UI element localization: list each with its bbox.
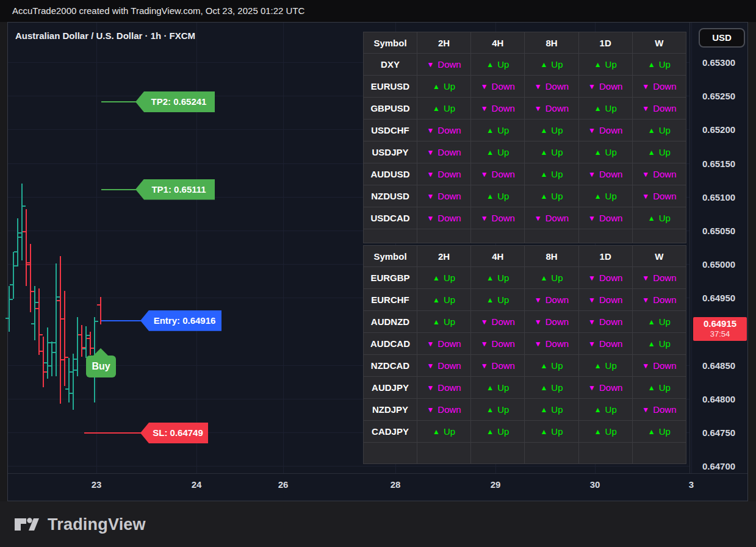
price-axis-tick[interactable]: 0.64800 <box>691 393 747 404</box>
price-axis-tick[interactable]: 0.65250 <box>691 91 747 101</box>
ohlc-bar <box>26 209 27 287</box>
time-axis-tick[interactable]: 30 <box>590 479 600 490</box>
triangle-up-icon: ▲ <box>648 427 655 436</box>
price-axis-tick[interactable]: 0.65100 <box>691 191 747 202</box>
time-axis-tick[interactable]: 23 <box>92 479 102 490</box>
entry-label[interactable]: Entry: 0.64916 <box>140 310 221 331</box>
triangle-up-icon: ▲ <box>648 148 655 157</box>
signal-cell-up: ▲Up <box>525 267 578 289</box>
symbol-cell: AUDUSD <box>364 163 417 185</box>
empty-cell <box>633 229 686 243</box>
time-axis-tick[interactable]: 26 <box>278 479 289 490</box>
signal-text: Up <box>605 147 617 157</box>
screenshot-root: AccuTrade2000 created with TradingView.c… <box>0 0 756 547</box>
signal-text: Up <box>605 59 617 70</box>
triangle-down-icon: ▼ <box>427 170 434 179</box>
signal-text: Up <box>497 382 509 393</box>
tradingview-logo[interactable]: TradingView <box>13 514 146 535</box>
triangle-up-icon: ▲ <box>433 274 440 282</box>
triangle-up-icon: ▲ <box>594 362 602 370</box>
price-axis-tick[interactable]: 0.65050 <box>691 225 747 235</box>
signal-cell-down: ▼Down <box>579 267 633 289</box>
triangle-up-icon: ▲ <box>540 427 547 436</box>
triangle-up-icon: ▲ <box>486 148 494 157</box>
signal-cell-up: ▲Up <box>525 141 578 163</box>
signal-cell-up: ▲Up <box>471 399 525 421</box>
ohlc-open-tick <box>87 338 90 339</box>
triangle-up-icon: ▲ <box>648 126 655 135</box>
triangle-down-icon: ▼ <box>642 170 649 179</box>
signal-cell-up: ▲Up <box>525 163 578 185</box>
signal-cell-down: ▼Down <box>633 289 686 311</box>
signal-text: Down <box>653 273 676 283</box>
column-header: 4H <box>471 246 525 267</box>
price-axis-tick[interactable]: 0.64850 <box>691 360 747 370</box>
ohlc-open-tick <box>18 237 21 238</box>
triangle-down-icon: ▼ <box>427 406 434 414</box>
signal-cell-down: ▼Down <box>633 355 686 377</box>
price-axis-tick[interactable]: 0.65000 <box>691 259 747 270</box>
signal-text: Up <box>551 273 563 283</box>
price-axis-tick[interactable]: 0.64950 <box>691 293 747 303</box>
triangle-down-icon: ▼ <box>427 214 434 223</box>
time-axis-tick[interactable]: 3 <box>689 479 694 490</box>
price-axis-tick[interactable]: 0.65150 <box>691 158 747 168</box>
ohlc-open-tick <box>10 284 13 285</box>
time-axis-tick[interactable]: 28 <box>391 479 401 490</box>
triangle-down-icon: ▼ <box>535 104 542 113</box>
signal-text: Down <box>437 169 461 179</box>
signal-text: Down <box>599 213 622 223</box>
ohlc-bar <box>9 286 10 332</box>
sl-label[interactable]: SL: 0.64749 <box>140 423 208 443</box>
signal-cell-down: ▼Down <box>417 377 471 399</box>
price-axis-tick[interactable]: 0.65200 <box>691 124 747 135</box>
signal-text: Down <box>599 81 622 91</box>
signal-text: Up <box>659 426 671 437</box>
signal-text: Up <box>551 125 563 135</box>
ohlc-open-tick <box>27 264 30 265</box>
triangle-down-icon: ▼ <box>427 340 434 348</box>
price-axis-tick[interactable]: 0.64700 <box>691 461 747 471</box>
triangle-down-icon: ▼ <box>588 126 596 135</box>
signal-text: Down <box>599 125 622 135</box>
signal-cell-down: ▼Down <box>525 76 578 98</box>
triangle-up-icon: ▲ <box>433 296 440 304</box>
signal-text: Down <box>599 295 622 305</box>
signal-cell-up: ▲Up <box>579 355 633 377</box>
triangle-up-icon: ▲ <box>594 406 602 414</box>
signal-text: Down <box>653 103 676 113</box>
signal-cell-down: ▼Down <box>417 185 471 207</box>
signal-text: Up <box>551 426 563 437</box>
signal-cell-up: ▲Up <box>579 98 633 120</box>
price-axis-tick[interactable]: 0.64750 <box>691 427 747 437</box>
signal-cell-up: ▲Up <box>633 141 686 163</box>
signal-text: Down <box>653 404 676 415</box>
triangle-up-icon: ▲ <box>486 406 494 414</box>
signal-cell-up: ▲Up <box>471 289 525 311</box>
signal-text: Down <box>437 191 461 201</box>
column-header: 8H <box>525 32 578 54</box>
tp1-label[interactable]: TP1: 0.65111 <box>135 179 215 200</box>
symbol-cell: EURGBP <box>364 267 417 289</box>
signal-text: Down <box>653 169 676 179</box>
price-axis-tick[interactable]: 0.65300 <box>691 57 747 68</box>
empty-cell <box>364 443 417 464</box>
symbol-cell: USDCAD <box>364 207 417 229</box>
signal-cell-down: ▼Down <box>525 311 578 333</box>
signal-text: Up <box>497 147 509 157</box>
time-axis-tick[interactable]: 29 <box>491 479 501 490</box>
signal-text: Up <box>551 360 563 371</box>
signal-cell-up: ▲Up <box>471 377 525 399</box>
triangle-up-icon: ▲ <box>433 82 440 91</box>
signal-text: Up <box>659 147 671 157</box>
triangle-down-icon: ▼ <box>588 384 596 392</box>
tp2-label[interactable]: TP2: 0.65241 <box>135 91 215 112</box>
tradingview-logo-text: TradingView <box>48 515 146 534</box>
signal-table-2: Symbol2H4H8H1DWEURGBP▲Up▲Up▲Up▼Down▼Down… <box>363 245 686 464</box>
currency-usd-button[interactable]: USD <box>699 28 745 48</box>
triangle-down-icon: ▼ <box>535 318 542 326</box>
buy-marker[interactable]: Buy <box>86 356 116 377</box>
table-row: NZDUSD▼Down▲Up▲Up▲Up▼Down <box>364 185 686 207</box>
column-header: 2H <box>417 246 471 267</box>
time-axis-tick[interactable]: 24 <box>192 479 202 490</box>
